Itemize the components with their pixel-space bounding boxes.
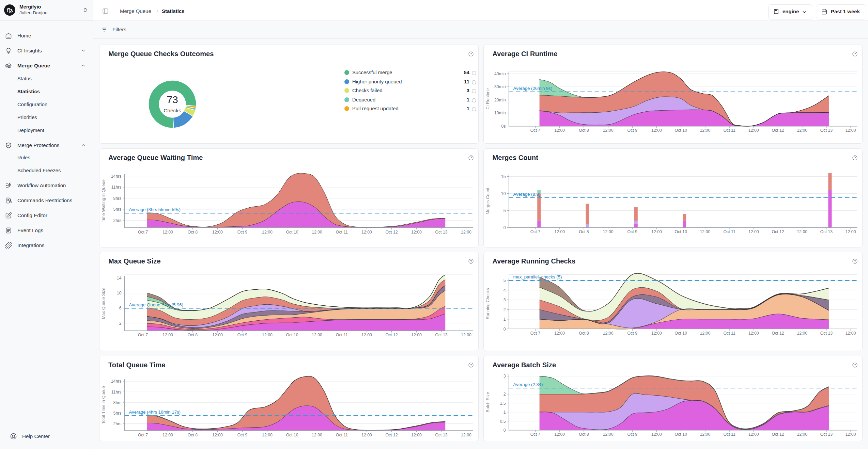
svg-text:Oct 8: Oct 8 (188, 433, 198, 437)
svg-text:Oct 10: Oct 10 (675, 432, 687, 437)
svg-text:Average (8.8): Average (8.8) (513, 192, 540, 197)
svg-text:12:00: 12:00 (651, 128, 662, 133)
svg-text:Oct 9: Oct 9 (627, 128, 637, 133)
svg-text:12:00: 12:00 (554, 128, 565, 133)
svg-text:5hrs: 5hrs (113, 411, 122, 416)
svg-text:8hrs: 8hrs (113, 196, 122, 201)
svg-text:12:00: 12:00 (212, 230, 223, 235)
svg-text:Oct 11: Oct 11 (723, 432, 735, 437)
svg-text:Merges Count: Merges Count (485, 188, 490, 214)
svg-text:Oct 12: Oct 12 (772, 331, 784, 336)
svg-text:12:00: 12:00 (361, 333, 372, 337)
svg-text:Oct 9: Oct 9 (237, 433, 248, 437)
svg-text:12:00: 12:00 (411, 433, 422, 437)
svg-text:Oct 12: Oct 12 (772, 128, 784, 133)
svg-text:Oct 10: Oct 10 (675, 229, 687, 234)
svg-text:Time Waiting in Queue: Time Waiting in Queue (101, 179, 106, 222)
svg-text:12:00: 12:00 (262, 433, 273, 437)
svg-text:1.5: 1.5 (500, 401, 506, 406)
svg-text:Checks: Checks (164, 108, 181, 113)
svg-text:5: 5 (503, 208, 506, 213)
svg-text:14hrs: 14hrs (111, 174, 122, 179)
svg-text:12:00: 12:00 (312, 433, 322, 437)
svg-text:1: 1 (503, 410, 506, 415)
svg-text:Oct 8: Oct 8 (188, 333, 198, 337)
svg-text:5hrs: 5hrs (113, 207, 122, 212)
svg-text:Oct 10: Oct 10 (286, 230, 298, 235)
svg-text:12:00: 12:00 (361, 433, 372, 437)
svg-text:Average Queue Size (5.96): Average Queue Size (5.96) (129, 302, 184, 307)
svg-text:12:00: 12:00 (411, 333, 422, 337)
svg-text:Oct 13: Oct 13 (435, 230, 447, 235)
svg-text:12:00: 12:00 (262, 230, 273, 235)
svg-text:12:00: 12:00 (748, 432, 759, 437)
svg-text:12:00: 12:00 (162, 433, 173, 437)
svg-text:12:00: 12:00 (845, 331, 856, 336)
svg-text:12:00: 12:00 (461, 230, 471, 235)
svg-text:Oct 8: Oct 8 (579, 432, 589, 437)
svg-text:12:00: 12:00 (748, 229, 759, 234)
svg-text:Oct 10: Oct 10 (675, 331, 687, 336)
svg-text:40min: 40min (494, 71, 506, 76)
svg-text:12:00: 12:00 (651, 229, 662, 234)
svg-text:Oct 7: Oct 7 (530, 432, 540, 437)
svg-text:Oct 9: Oct 9 (627, 229, 637, 234)
svg-text:3: 3 (503, 298, 506, 302)
svg-text:Oct 12: Oct 12 (385, 230, 398, 235)
svg-text:8hrs: 8hrs (113, 400, 122, 405)
svg-text:12:00: 12:00 (554, 229, 565, 234)
svg-text:12:00: 12:00 (162, 230, 173, 235)
svg-text:2hrs: 2hrs (113, 218, 122, 223)
svg-text:2hrs: 2hrs (113, 421, 122, 426)
svg-text:12:00: 12:00 (212, 333, 223, 337)
svg-text:20min: 20min (494, 98, 506, 102)
svg-text:12:00: 12:00 (845, 229, 856, 234)
svg-text:Oct 9: Oct 9 (237, 333, 248, 337)
svg-text:Oct 7: Oct 7 (530, 331, 540, 336)
svg-text:2: 2 (503, 392, 506, 397)
svg-text:12:00: 12:00 (845, 432, 856, 437)
svg-text:Oct 11: Oct 11 (723, 331, 735, 336)
svg-text:14: 14 (117, 276, 122, 280)
svg-text:Running Checks: Running Checks (485, 288, 490, 319)
svg-text:12:00: 12:00 (797, 331, 807, 336)
svg-text:Oct 12: Oct 12 (772, 432, 784, 437)
svg-text:12:00: 12:00 (603, 128, 613, 133)
svg-text:30min: 30min (494, 84, 506, 89)
svg-text:11hrs: 11hrs (111, 185, 122, 190)
svg-text:12:00: 12:00 (312, 230, 322, 235)
svg-text:Oct 7: Oct 7 (530, 229, 540, 234)
svg-text:14hrs: 14hrs (111, 379, 122, 384)
svg-text:12:00: 12:00 (797, 128, 807, 133)
svg-text:12:00: 12:00 (461, 433, 471, 437)
svg-text:2: 2 (503, 307, 506, 312)
svg-text:Total Time in Queue: Total Time in Queue (101, 386, 106, 424)
svg-text:12:00: 12:00 (651, 432, 662, 437)
svg-text:Average (4hrs 16min 17s): Average (4hrs 16min 17s) (129, 410, 181, 415)
svg-text:Oct 13: Oct 13 (820, 331, 832, 336)
svg-text:0: 0 (503, 428, 506, 433)
svg-text:12:00: 12:00 (361, 230, 372, 235)
svg-text:Oct 11: Oct 11 (336, 230, 348, 235)
svg-text:Oct 13: Oct 13 (435, 333, 447, 337)
svg-text:12:00: 12:00 (461, 333, 471, 337)
svg-text:Oct 8: Oct 8 (188, 230, 198, 235)
svg-text:Oct 9: Oct 9 (237, 230, 248, 235)
svg-text:Oct 11: Oct 11 (336, 433, 348, 437)
svg-text:10: 10 (117, 291, 122, 295)
svg-text:12:00: 12:00 (700, 128, 710, 133)
svg-text:Max Queue Size: Max Queue Size (101, 288, 106, 319)
svg-text:Oct 10: Oct 10 (286, 333, 298, 337)
svg-text:Oct 12: Oct 12 (385, 433, 398, 437)
svg-text:12:00: 12:00 (700, 331, 710, 336)
svg-text:6: 6 (119, 306, 122, 310)
svg-text:max_parallel_checks (5): max_parallel_checks (5) (513, 274, 562, 279)
svg-text:Oct 11: Oct 11 (723, 229, 735, 234)
svg-text:12:00: 12:00 (411, 230, 422, 235)
svg-text:1: 1 (503, 317, 506, 322)
svg-text:Oct 10: Oct 10 (286, 433, 298, 437)
svg-text:Oct 9: Oct 9 (627, 432, 637, 437)
svg-text:Oct 13: Oct 13 (820, 432, 832, 437)
svg-text:4: 4 (503, 288, 506, 293)
svg-text:Oct 9: Oct 9 (627, 331, 637, 336)
